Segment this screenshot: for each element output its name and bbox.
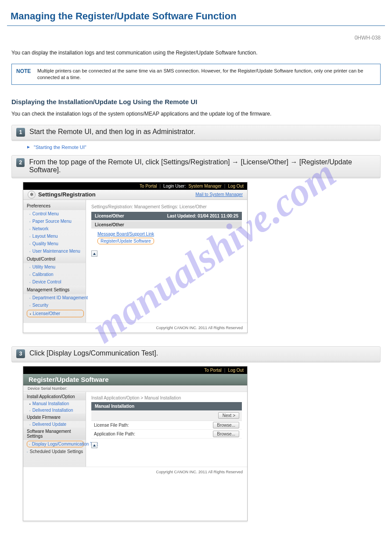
sidebar-item-delivered-update[interactable]: Delivered Update (23, 421, 86, 428)
sidebar-item-display-logs[interactable]: Display Logs/Communication Test (27, 441, 84, 447)
sidebar-item-layout[interactable]: Layout Menu (23, 232, 86, 240)
breadcrumb: Settings/Registration: Management Settin… (91, 204, 242, 209)
sidebar-item-user-maint[interactable]: User Maintenance Menu (23, 247, 86, 255)
sidebar: Preferences Control Menu Paper Source Me… (23, 200, 86, 323)
link-register-update-software[interactable]: Register/Update Software (97, 238, 154, 244)
subheading-logs-desc: You can check the installation logs of t… (11, 110, 381, 118)
app-header: ✽ Settings/Registration Mail to System M… (23, 190, 247, 200)
sidebar-cat-preferences: Preferences (23, 202, 86, 210)
copyright: Copyright CANON INC. 2011 All Rights Res… (23, 467, 247, 477)
page-title: Managing the Register/Update Software Fu… (7, 9, 385, 24)
browse-button[interactable]: Browse... (213, 422, 239, 428)
sidebar-item-device-control[interactable]: Device Control (23, 278, 86, 286)
panel-header-updated: Last Updated: 01/04 2011 11:00:25 (167, 214, 238, 218)
app-header-title: Register/Update Software (23, 374, 247, 385)
step-2-title: From the top page of the Remote UI, clic… (29, 158, 376, 174)
copyright: Copyright CANON INC. 2011 All Rights Res… (23, 323, 247, 333)
sidebar-item-paper-source[interactable]: Paper Source Menu (23, 218, 86, 225)
sep: | (224, 368, 226, 373)
sidebar-item-calibration[interactable]: Calibration (23, 271, 86, 278)
starting-remote-ui-link[interactable]: "Starting the Remote UI" (34, 145, 86, 150)
mail-system-manager-link[interactable]: Mail to System Manager (195, 192, 243, 197)
sidebar-item-utility[interactable]: Utility Menu (23, 263, 86, 271)
app-header-title: Settings/Registration (38, 191, 96, 198)
sidebar-item-delivered-install[interactable]: Delivered Installation (23, 407, 86, 414)
sidebar-cat-update-fw: Update Firmware (23, 414, 86, 421)
logout-link[interactable]: Log Out (228, 184, 244, 189)
screenshot-register-update-software: To Portal | Log Out Register/Update Soft… (23, 366, 248, 521)
panel-header: Manual Installation (91, 402, 242, 410)
topbar: To Portal | Login User: System Manager |… (23, 182, 247, 190)
topbar: To Portal | Log Out (23, 366, 247, 374)
login-user[interactable]: System Manager (188, 184, 222, 189)
to-portal-link[interactable]: To Portal (140, 184, 157, 189)
sidebar-item-license-other[interactable]: License/Other (27, 310, 84, 317)
sidebar-item-security[interactable]: Security (23, 301, 86, 309)
to-portal-link[interactable]: To Portal (204, 368, 221, 373)
step-3-num: 3 (16, 349, 25, 358)
gear-icon: ✽ (28, 191, 36, 199)
doc-code: 0HWH-038 (11, 34, 381, 42)
logout-link[interactable]: Log Out (228, 368, 244, 373)
scroll-top-icon[interactable] (91, 442, 97, 448)
note-box: NOTE Multiple printers can be connected … (11, 64, 381, 85)
device-serial-bar: Device Serial Number: (23, 385, 247, 392)
step-1-link-row: "Starting the Remote UI" (27, 145, 381, 150)
bullet-icon (27, 146, 31, 149)
intro-text: You can display the installation logs an… (11, 49, 381, 57)
sidebar-item-scheduled-update[interactable]: Scheduled Update Settings (23, 448, 86, 455)
step-1: 1 Start the Remote UI, and then log in a… (11, 125, 381, 141)
login-user-label: Login User: (163, 184, 186, 189)
sidebar-item-control-menu[interactable]: Control Menu (23, 210, 86, 218)
step-1-title: Start the Remote UI, and then log in as … (29, 128, 195, 136)
divider (7, 25, 385, 26)
sidebar-item-quality[interactable]: Quality Menu (23, 240, 86, 247)
panel-header-title: License/Other (95, 214, 124, 218)
row-license-file: License File Path: Browse... (91, 421, 242, 430)
step-3-title: Click [Display Logs/Communication Test]. (29, 349, 158, 357)
sidebar-cat-output: Output/Control (23, 255, 86, 263)
sep: | (159, 184, 161, 189)
browse-button[interactable]: Browse... (213, 431, 239, 437)
application-file-label: Application File Path: (94, 432, 135, 436)
panel-header: License/Other Last Updated: 01/04 2011 1… (91, 212, 242, 220)
step-3: 3 Click [Display Logs/Communication Test… (11, 346, 381, 363)
panel-subheader: License/Other (91, 221, 242, 229)
sidebar: Install Application/Option Manual Instal… (23, 392, 86, 467)
license-file-label: License File Path: (94, 423, 129, 428)
step-2: 2 From the top page of the Remote UI, cl… (11, 155, 381, 178)
main-panel: Install Application/Option > Manual Inst… (86, 392, 247, 467)
note-label: NOTE (12, 64, 37, 84)
main-panel: Settings/Registration: Management Settin… (86, 200, 247, 323)
step-2-num: 2 (16, 158, 25, 167)
sep: | (224, 184, 226, 189)
sidebar-cat-mgmt: Management Settings (23, 286, 86, 294)
sidebar-cat-install-app: Install Application/Option (23, 393, 86, 400)
next-button[interactable]: Next > (218, 412, 239, 419)
subheading-logs: Displaying the Installation/Update Log U… (11, 98, 381, 105)
row-app-file: Application File Path: Browse... (91, 430, 242, 439)
link-message-board[interactable]: Message Board/Support Link (97, 231, 236, 237)
scroll-top-icon[interactable] (91, 250, 97, 257)
screenshot-settings-registration: To Portal | Login User: System Manager |… (23, 182, 248, 333)
sidebar-item-dept-id[interactable]: Department ID Management (23, 294, 86, 301)
sidebar-item-manual-install[interactable]: Manual Installation (23, 400, 86, 407)
note-text: Multiple printers can be connected at th… (37, 64, 380, 84)
sidebar-cat-software-mgmt: Software Management Settings (23, 428, 86, 440)
sidebar-item-network[interactable]: Network (23, 225, 86, 232)
breadcrumb: Install Application/Option > Manual Inst… (91, 395, 242, 400)
step-1-num: 1 (16, 128, 25, 137)
